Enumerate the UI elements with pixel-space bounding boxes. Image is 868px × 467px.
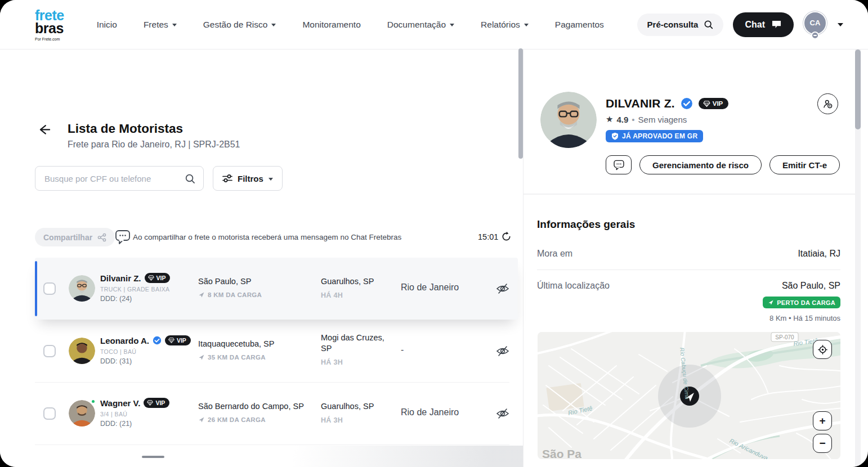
driver-name: Dilvanir Z. xyxy=(100,273,141,283)
share-icon xyxy=(97,233,106,242)
location-map[interactable]: SP-070 Rio Tietê Rio Tietê Rio Cabuçu de… xyxy=(538,332,840,459)
header-actions: Pré-consulta Chat CA xyxy=(637,11,843,38)
last-location-cell: São Paulo, SP 8 KM DA CARGA xyxy=(198,276,311,298)
nav-item-pagamentos[interactable]: Pagamentos xyxy=(555,20,604,30)
available-for-cell: Guarulhos, SP HÁ 4H xyxy=(321,276,388,299)
zoom-out-button[interactable]: − xyxy=(813,434,832,453)
row-checkbox[interactable] xyxy=(43,345,56,357)
refresh-icon[interactable] xyxy=(501,231,512,242)
chevron-down-icon xyxy=(269,178,273,181)
app-window: frete bras Por Frete.com Inicio Fretes G… xyxy=(0,0,868,467)
driver-avatar xyxy=(69,338,95,364)
filter-sliders-icon xyxy=(222,174,232,183)
ddd-code: DDD: (24) xyxy=(100,295,170,303)
page-title: Lista de Motoristas xyxy=(68,122,183,136)
driver-settings-button[interactable] xyxy=(817,93,838,114)
open-chat-button[interactable] xyxy=(606,155,632,174)
online-status-dot xyxy=(91,399,96,404)
chat-bubble-icon xyxy=(771,20,782,29)
search-icon[interactable] xyxy=(185,173,195,184)
last-location-cell: Itaquaquecetuba, SP 35 KM DA CARGA xyxy=(198,339,311,361)
ddd-code: DDD: (21) xyxy=(100,420,169,428)
avatar-initials: CA xyxy=(810,19,821,27)
risk-management-button[interactable]: Gerenciamento de risco xyxy=(639,155,762,174)
nav-item-gestao-de-risco[interactable]: Gestão de Risco xyxy=(203,20,276,30)
user-menu-caret[interactable] xyxy=(838,23,843,26)
vehicle-type: TOCO | BAÚ xyxy=(100,348,191,355)
row-checkbox[interactable] xyxy=(43,282,56,295)
back-button[interactable] xyxy=(35,122,52,138)
gr-approved-badge: JÁ APROVADO EM GR xyxy=(606,130,703,142)
last-location-value: São Paulo, SP xyxy=(782,281,840,291)
destination-cell: Rio de Janeiro xyxy=(401,407,485,417)
general-info-title: Informações gerais xyxy=(537,218,635,231)
fretebras-logo[interactable]: frete bras Por Frete.com xyxy=(35,8,64,41)
navigation-arrow-icon xyxy=(198,354,205,361)
chat-button[interactable]: Chat xyxy=(733,12,794,37)
nav-item-fretes[interactable]: Fretes xyxy=(144,20,177,30)
user-gear-icon xyxy=(822,98,834,110)
driver-row-leonardo[interactable]: Leonardo A. VIP TOCO | BAÚ DDD: (31) Ita… xyxy=(35,320,518,382)
search-input[interactable] xyxy=(43,173,185,184)
verified-badge-icon xyxy=(153,336,162,345)
filters-button[interactable]: Filtros xyxy=(213,166,283,191)
driver-avatar xyxy=(69,275,95,302)
row-divider xyxy=(537,270,840,270)
eye-off-icon[interactable] xyxy=(495,281,510,296)
driver-row-dilvanir[interactable]: Dilvanir Z. VIP TRUCK | GRADE BAIXA DDD:… xyxy=(35,258,518,320)
driver-name: DILVANIR Z. xyxy=(606,97,675,110)
diamond-icon xyxy=(147,400,153,406)
last-refresh-time: 15:01 xyxy=(478,232,498,241)
driver-identity: Dilvanir Z. VIP TRUCK | GRADE BAIXA DDD:… xyxy=(100,273,170,303)
scroll-shadow xyxy=(293,446,525,467)
row-checkbox[interactable] xyxy=(43,407,56,420)
top-navigation-bar: frete bras Por Frete.com Inicio Fretes G… xyxy=(0,0,868,50)
locate-button[interactable] xyxy=(813,340,832,359)
logo-tagline: Por Frete.com xyxy=(35,37,64,41)
right-panel-scrollbar[interactable] xyxy=(855,50,861,129)
vehicle-type: 3/4 | BAÚ xyxy=(100,411,169,417)
diamond-icon xyxy=(148,275,154,281)
nav-item-monitoramento[interactable]: Monitoramento xyxy=(302,20,360,30)
driver-avatar xyxy=(69,400,95,426)
ddd-code: DDD: (31) xyxy=(100,357,191,365)
page-subtitle: Frete para Rio de Janeiro, RJ | SPRJ-2B5… xyxy=(68,140,240,150)
search-icon xyxy=(704,20,713,29)
crosshair-icon xyxy=(817,344,828,355)
eye-off-icon[interactable] xyxy=(495,406,510,421)
star-icon: ★ xyxy=(606,114,613,124)
road-badge-label: SP-070 xyxy=(775,334,794,340)
driver-name: Leonardo A. xyxy=(100,336,149,345)
horizontal-scrollbar-thumb[interactable] xyxy=(142,456,164,458)
last-location-cell: São Bernardo do Campo, SP 26 KM DA CARGA xyxy=(198,401,311,423)
destination-cell: Rio de Janeiro xyxy=(401,282,485,293)
verified-badge-icon xyxy=(681,97,693,110)
tooltip-bubble-icon xyxy=(115,230,131,245)
zoom-in-button[interactable]: + xyxy=(813,411,832,430)
eye-off-icon[interactable] xyxy=(495,344,510,358)
driver-row-wagner[interactable]: Wagner V. VIP 3/4 | BAÚ DDD: (21) São Be… xyxy=(35,383,518,444)
pre-consulta-button[interactable]: Pré-consulta xyxy=(637,14,724,36)
nav-item-documentacao[interactable]: Documentação xyxy=(387,20,454,30)
lives-in-value: Itatiaia, RJ xyxy=(798,249,840,259)
share-button[interactable]: Compartilhar xyxy=(35,228,115,246)
driver-detail-panel: DILVANIR Z. VIP ★ 4.9 • Sem viagens JÁ A… xyxy=(524,50,855,467)
driver-identity: Wagner V. VIP 3/4 | BAÚ DDD: (21) xyxy=(100,398,169,428)
nav-item-inicio[interactable]: Inicio xyxy=(97,20,117,30)
vip-badge: VIP xyxy=(144,398,169,408)
emit-cte-button[interactable]: Emitir CT-e xyxy=(769,155,840,174)
chat-bubble-icon xyxy=(613,160,625,170)
chevron-down-icon xyxy=(524,24,529,26)
driver-list-panel: Lista de Motoristas Frete para Rio de Ja… xyxy=(0,50,524,467)
shield-check-icon xyxy=(611,132,619,140)
driver-actions: Gerenciamento de risco Emitir CT-e xyxy=(606,155,840,174)
nav-item-relatorios[interactable]: Relatórios xyxy=(481,20,529,30)
user-avatar[interactable]: CA xyxy=(803,11,828,38)
vip-badge: VIP xyxy=(145,273,171,283)
row-divider xyxy=(35,444,509,445)
left-panel-scrollbar[interactable] xyxy=(518,48,523,159)
main-nav: Inicio Fretes Gestão de Risco Monitorame… xyxy=(97,20,604,30)
destination-cell: - xyxy=(401,345,485,355)
driver-profile-photo xyxy=(540,92,597,148)
driver-identity: Leonardo A. VIP TOCO | BAÚ DDD: (31) xyxy=(100,335,191,365)
